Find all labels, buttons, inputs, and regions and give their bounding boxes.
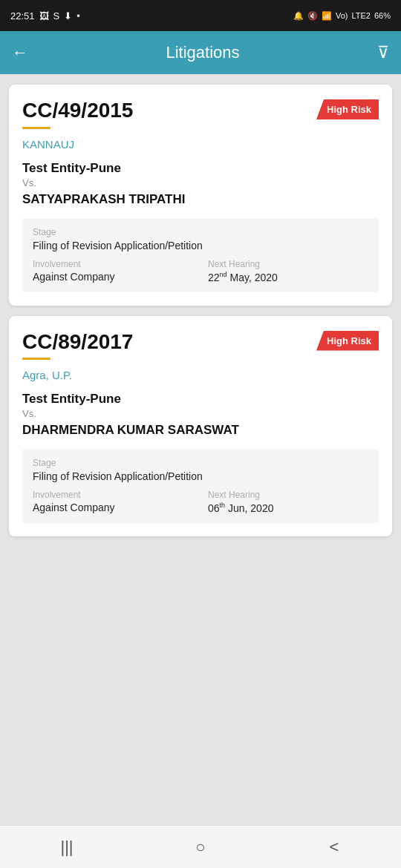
- filter-icon[interactable]: ⊽: [377, 43, 389, 62]
- back-nav-icon[interactable]: <: [316, 832, 353, 862]
- stage-value-2: Filing of Revision Application/Petition: [33, 470, 368, 482]
- hearing-label-2: Next Hearing: [208, 490, 368, 500]
- entity-1: Test Entity-Pune: [22, 161, 379, 176]
- status-indicators: 🔔 🔇 📶 Vo) LTE2 66%: [293, 11, 391, 21]
- entity-2: Test Entity-Pune: [22, 392, 379, 407]
- content-area: CC/49/2015 High Risk KANNAUJ Test Entity…: [0, 74, 401, 825]
- app-bar: ← Litigations ⊽: [0, 31, 401, 74]
- info-row-2: Involvement Against Company Next Hearing…: [33, 490, 368, 514]
- risk-badge-1: High Risk: [316, 99, 379, 119]
- location-2: Agra, U.P.: [22, 369, 379, 381]
- involvement-label-1: Involvement: [33, 259, 193, 269]
- case-number-1: CC/49/2015: [22, 99, 133, 122]
- info-box-1: Stage Filing of Revision Application/Pet…: [22, 218, 379, 292]
- case-number-2: CC/89/2017: [22, 331, 133, 354]
- involvement-col-1: Involvement Against Company: [33, 259, 193, 283]
- stage-value-1: Filing of Revision Application/Petition: [33, 240, 368, 251]
- hearing-label-1: Next Hearing: [208, 259, 368, 269]
- card-header-2: CC/89/2017 High Risk: [22, 331, 379, 354]
- status-time: 22:51 🖼 S ⬇ •: [10, 10, 80, 22]
- hearing-value-2: 06th Jun, 2020: [208, 502, 368, 514]
- hearing-value-1: 22nd May, 2020: [208, 271, 368, 283]
- location-1: KANNAUJ: [22, 138, 379, 151]
- menu-nav-icon[interactable]: |||: [48, 832, 85, 862]
- stage-label-1: Stage: [33, 227, 368, 237]
- home-nav-icon[interactable]: ○: [182, 832, 219, 862]
- hearing-col-2: Next Hearing 06th Jun, 2020: [208, 490, 368, 514]
- involvement-col-2: Involvement Against Company: [33, 490, 193, 514]
- risk-badge-2: High Risk: [316, 331, 379, 351]
- underline-1: [22, 127, 50, 129]
- card-header-1: CC/49/2015 High Risk: [22, 99, 379, 122]
- page-title: Litigations: [166, 43, 239, 62]
- involvement-value-2: Against Company: [33, 502, 193, 513]
- back-button[interactable]: ←: [12, 43, 28, 62]
- litigation-card-2[interactable]: CC/89/2017 High Risk Agra, U.P. Test Ent…: [9, 316, 392, 537]
- hearing-col-1: Next Hearing 22nd May, 2020: [208, 259, 368, 283]
- opponent-1: SATYAPRAKASH TRIPATHI: [22, 191, 379, 208]
- info-row-1: Involvement Against Company Next Hearing…: [33, 259, 368, 283]
- opponent-2: DHARMENDRA KUMAR SARASWAT: [22, 422, 379, 438]
- involvement-value-1: Against Company: [33, 271, 193, 283]
- status-bar: 22:51 🖼 S ⬇ • 🔔 🔇 📶 Vo) LTE2 66%: [0, 0, 401, 31]
- vs-text-2: Vs.: [22, 408, 379, 419]
- bottom-navigation: ||| ○ <: [0, 825, 401, 868]
- underline-2: [22, 358, 50, 360]
- involvement-label-2: Involvement: [33, 490, 193, 500]
- info-box-2: Stage Filing of Revision Application/Pet…: [22, 449, 379, 523]
- litigation-card-1[interactable]: CC/49/2015 High Risk KANNAUJ Test Entity…: [9, 85, 392, 306]
- vs-text-1: Vs.: [22, 177, 379, 188]
- stage-label-2: Stage: [33, 458, 368, 468]
